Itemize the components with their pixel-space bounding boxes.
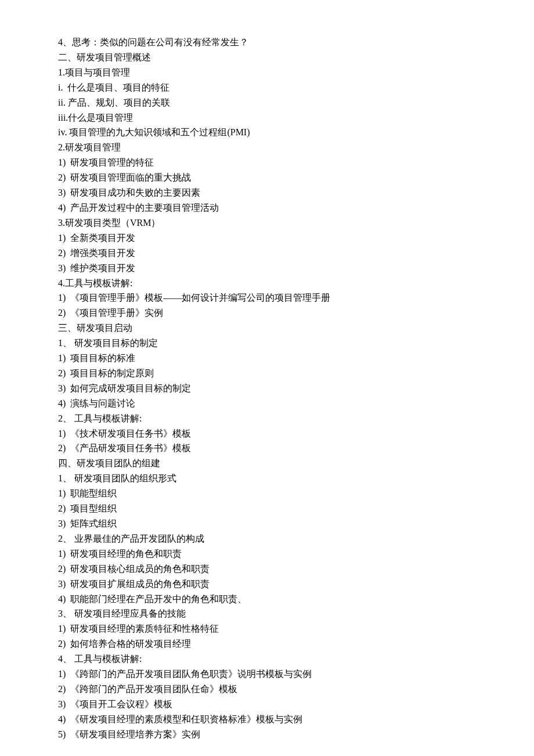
- outline-line: 2.研发项目管理: [58, 140, 476, 155]
- outline-line: 1) 《跨部门的产品开发项目团队角色职责》说明书模板与实例: [58, 667, 476, 682]
- outline-line: 1) 职能型组织: [58, 486, 476, 501]
- outline-line: 4) 《研发项目经理的素质模型和任职资格标准》模板与实例: [58, 712, 476, 727]
- outline-line: 4.工具与模板讲解:: [58, 276, 476, 291]
- outline-line: 2) 研发项目核心组成员的角色和职责: [58, 561, 476, 577]
- outline-line: 4) 职能部门经理在产品开发中的角色和职责、: [58, 592, 476, 607]
- outline-line: 2) 项目型组织: [58, 501, 476, 516]
- document-body: 4、思考：类似的问题在公司有没有经常发生？二、研发项目管理概述1.项目与项目管理…: [58, 35, 476, 742]
- outline-line: 1、 研发项目目标的制定: [58, 336, 476, 351]
- outline-line: 3) 矩阵式组织: [58, 516, 476, 531]
- outline-line: 5) 《研发项目经理培养方案》实例: [58, 727, 476, 742]
- outline-line: 3) 研发项目扩展组成员的角色和职责: [58, 577, 476, 592]
- outline-line: iii.什么是项目管理: [58, 110, 476, 125]
- outline-line: 2) 增强类项目开发: [58, 246, 476, 261]
- outline-line: 4、思考：类似的问题在公司有没有经常发生？: [58, 35, 476, 50]
- outline-line: 二、研发项目管理概述: [58, 50, 476, 65]
- outline-line: 2) 《产品研发项目任务书》模板: [58, 441, 476, 456]
- outline-line: 3) 研发项目成功和失败的主要因素: [58, 185, 476, 200]
- outline-line: 3、 研发项目经理应具备的技能: [58, 606, 476, 621]
- outline-line: 3) 如何完成研发项目目标的制定: [58, 381, 476, 396]
- outline-line: 2) 研发项目管理面临的重大挑战: [58, 170, 476, 185]
- outline-line: 1.项目与项目管理: [58, 65, 476, 80]
- outline-line: 4) 演练与问题讨论: [58, 396, 476, 411]
- outline-line: 1) 研发项目经理的素质特征和性格特征: [58, 621, 476, 636]
- outline-line: 1) 研发项目经理的角色和职责: [58, 546, 476, 561]
- outline-line: 2) 如何培养合格的研发项目经理: [58, 636, 476, 651]
- outline-line: 四、研发项目团队的组建: [58, 456, 476, 471]
- outline-line: ii. 产品、规划、项目的关联: [58, 95, 476, 110]
- outline-line: 4、 工具与模板讲解:: [58, 651, 476, 667]
- outline-line: 3) 《项目开工会议程》模板: [58, 697, 476, 712]
- outline-line: 2) 《项目管理手册》实例: [58, 305, 476, 321]
- outline-line: 1、 研发项目团队的组织形式: [58, 471, 476, 486]
- outline-line: 1) 《技术研发项目任务书》模板: [58, 426, 476, 441]
- outline-line: 3) 维护类项目开发: [58, 261, 476, 276]
- outline-line: 1) 全新类项目开发: [58, 231, 476, 246]
- outline-line: 2) 项目目标的制定原则: [58, 366, 476, 381]
- outline-line: 4) 产品开发过程中的主要项目管理活动: [58, 200, 476, 215]
- outline-line: iv. 项目管理的九大知识领域和五个过程组(PMI): [58, 125, 476, 140]
- outline-line: 三、研发项目启动: [58, 321, 476, 336]
- outline-line: 2、 工具与模板讲解:: [58, 411, 476, 426]
- outline-line: 2、 业界最佳的产品开发团队的构成: [58, 531, 476, 546]
- outline-line: 1) 研发项目管理的特征: [58, 155, 476, 170]
- outline-line: i. 什么是项目、项目的特征: [58, 80, 476, 95]
- outline-line: 1) 《项目管理手册》模板――如何设计并编写公司的项目管理手册: [58, 290, 476, 305]
- outline-line: 2) 《跨部门的产品开发项目团队任命》模板: [58, 682, 476, 697]
- outline-line: 3.研发项目类型（VRM）: [58, 215, 476, 231]
- outline-line: 1) 项目目标的标准: [58, 351, 476, 366]
